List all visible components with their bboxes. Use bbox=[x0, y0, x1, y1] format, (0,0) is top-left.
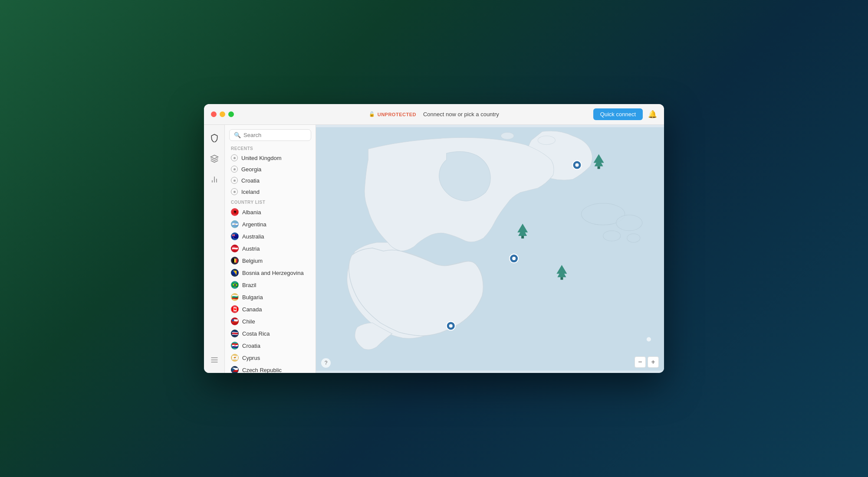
country-flag: 🇦🇱 bbox=[231, 208, 239, 216]
country-name: Australia bbox=[242, 233, 264, 240]
country-name: Georgia bbox=[241, 166, 261, 173]
country-name: Czech Republic bbox=[242, 367, 282, 373]
recents-label: RECENTS bbox=[225, 144, 316, 152]
svg-point-13 bbox=[501, 132, 514, 139]
country-flag: 🇨🇱 bbox=[231, 317, 239, 325]
recent-icon bbox=[231, 154, 238, 161]
country-name: Brazil bbox=[242, 282, 256, 288]
recent-item-iceland[interactable]: Iceland bbox=[225, 186, 316, 197]
country-name: Belgium bbox=[242, 258, 263, 264]
titlebar-center: 🔓 UNPROTECTED Connect now or pick a coun… bbox=[369, 111, 499, 118]
svg-point-17 bbox=[512, 257, 516, 260]
country-list-item[interactable]: 🇧🇬Bulgaria bbox=[225, 291, 316, 303]
country-name: Canada bbox=[242, 306, 262, 313]
maximize-button[interactable] bbox=[228, 111, 234, 117]
sidebar-icon-shield[interactable] bbox=[208, 132, 220, 144]
country-list-item[interactable]: 🇦🇷Argentina bbox=[225, 218, 316, 230]
zoom-out-button[interactable]: − bbox=[635, 356, 646, 368]
recent-item-croatia[interactable]: Croatia bbox=[225, 175, 316, 186]
titlebar-right: Quick connect 🔔 bbox=[593, 108, 657, 120]
country-name: Croatia bbox=[241, 177, 260, 184]
country-flag: 🇨🇿 bbox=[231, 366, 239, 373]
sidebar-icon-menu[interactable] bbox=[208, 354, 220, 366]
country-flag: 🇧🇷 bbox=[231, 281, 239, 289]
recent-icon bbox=[231, 188, 238, 195]
country-flag: 🇦🇹 bbox=[231, 245, 239, 252]
country-flag: 🇨🇾 bbox=[231, 354, 239, 362]
sidebar-icon-layers[interactable] bbox=[208, 153, 220, 165]
lock-icon: 🔓 bbox=[369, 111, 375, 117]
country-flag: 🇧🇪 bbox=[231, 257, 239, 265]
country-flag: 🇧🇬 bbox=[231, 293, 239, 301]
country-list-item[interactable]: 🇨🇷Costa Rica bbox=[225, 327, 316, 340]
map-help-button[interactable]: ? bbox=[321, 358, 331, 368]
zoom-in-button[interactable]: + bbox=[648, 356, 659, 368]
minimize-button[interactable] bbox=[220, 111, 225, 117]
country-list-item[interactable]: 🇨🇾Cyprus bbox=[225, 352, 316, 364]
country-flag: 🇦🇷 bbox=[231, 220, 239, 228]
svg-rect-22 bbox=[598, 167, 600, 169]
country-list: United Kingdom Georgia Croatia Iceland C… bbox=[225, 152, 316, 373]
country-flag: 🇨🇷 bbox=[231, 330, 239, 337]
status-badge: 🔓 UNPROTECTED bbox=[369, 111, 416, 117]
recent-item-uk[interactable]: United Kingdom bbox=[225, 152, 316, 163]
svg-rect-28 bbox=[560, 277, 563, 280]
country-flag: 🇨🇦 bbox=[231, 305, 239, 313]
country-flag: 🇭🇷 bbox=[231, 342, 239, 350]
svg-marker-0 bbox=[210, 155, 218, 159]
country-list-items: 🇦🇱Albania🇦🇷Argentina🇦🇺Australia🇦🇹Austria… bbox=[225, 206, 316, 373]
country-name: Albania bbox=[242, 209, 261, 216]
country-list-item[interactable]: 🇧🇦Bosnia and Herzegovina bbox=[225, 267, 316, 279]
country-name: Argentina bbox=[242, 221, 266, 228]
country-name: Bosnia and Herzegovina bbox=[242, 270, 304, 276]
app-window: 🔓 UNPROTECTED Connect now or pick a coun… bbox=[204, 104, 664, 373]
country-list-item[interactable]: 🇨🇦Canada bbox=[225, 303, 316, 315]
titlebar: 🔓 UNPROTECTED Connect now or pick a coun… bbox=[204, 104, 664, 125]
search-icon: 🔍 bbox=[234, 132, 241, 138]
country-name: Cyprus bbox=[242, 355, 260, 361]
map-svg bbox=[316, 125, 664, 373]
country-list-item[interactable]: 🇧🇷Brazil bbox=[225, 279, 316, 291]
country-flag: 🇦🇺 bbox=[231, 232, 239, 240]
country-list-item[interactable]: 🇦🇱Albania bbox=[225, 206, 316, 218]
country-panel: 🔍 RECENTS United Kingdom Georgia Croatia bbox=[225, 125, 316, 373]
country-list-label: Country List bbox=[225, 197, 316, 206]
svg-point-19 bbox=[449, 324, 453, 327]
country-list-item[interactable]: 🇦🇺Australia bbox=[225, 230, 316, 242]
country-list-item[interactable]: 🇧🇪Belgium bbox=[225, 255, 316, 267]
country-list-item[interactable]: 🇭🇷Croatia bbox=[225, 340, 316, 352]
country-name: Costa Rica bbox=[242, 330, 270, 337]
country-name: Austria bbox=[242, 245, 260, 252]
country-name: Bulgaria bbox=[242, 294, 263, 301]
map-area: ? − + bbox=[316, 125, 664, 373]
sidebar-icon-stats[interactable] bbox=[208, 173, 220, 186]
country-name: Croatia bbox=[242, 343, 260, 349]
notification-icon[interactable]: 🔔 bbox=[648, 110, 657, 119]
country-list-item[interactable]: 🇨🇿Czech Republic bbox=[225, 364, 316, 373]
country-name: Iceland bbox=[241, 189, 260, 195]
map-controls: − + bbox=[635, 356, 659, 368]
close-button[interactable] bbox=[211, 111, 217, 117]
search-input[interactable] bbox=[243, 132, 306, 138]
titlebar-title: Connect now or pick a country bbox=[423, 111, 499, 118]
recent-icon bbox=[231, 177, 238, 184]
country-list-item[interactable]: 🇨🇱Chile bbox=[225, 315, 316, 327]
sidebar-icons bbox=[204, 125, 225, 373]
recent-item-georgia[interactable]: Georgia bbox=[225, 163, 316, 175]
main-content: 🔍 RECENTS United Kingdom Georgia Croatia bbox=[204, 125, 664, 373]
country-name: United Kingdom bbox=[241, 155, 282, 161]
country-flag: 🇧🇦 bbox=[231, 269, 239, 277]
traffic-lights bbox=[211, 111, 234, 117]
recent-icon bbox=[231, 166, 238, 173]
country-name: Chile bbox=[242, 318, 255, 325]
quick-connect-button[interactable]: Quick connect bbox=[593, 108, 643, 120]
svg-point-9 bbox=[616, 215, 642, 231]
svg-point-10 bbox=[603, 231, 621, 241]
search-box: 🔍 bbox=[229, 129, 311, 141]
svg-point-15 bbox=[575, 163, 579, 167]
svg-point-11 bbox=[627, 234, 640, 242]
svg-rect-25 bbox=[521, 236, 524, 238]
country-list-item[interactable]: 🇦🇹Austria bbox=[225, 242, 316, 255]
svg-point-29 bbox=[647, 337, 651, 342]
svg-point-12 bbox=[538, 136, 555, 144]
